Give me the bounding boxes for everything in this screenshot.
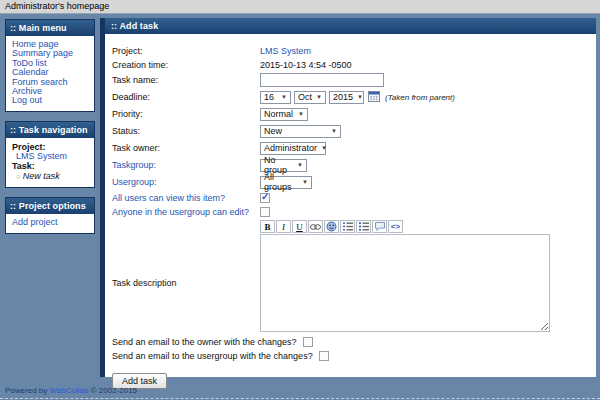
all-users-view-row: All users can view this item? xyxy=(112,191,588,204)
page-title: Administrator's homepage xyxy=(5,1,109,11)
project-options-box: :: Project options Add project xyxy=(5,197,95,233)
project-value-link[interactable]: LMS System xyxy=(260,46,311,56)
priority-label: Priority: xyxy=(112,109,260,119)
email-owner-label: Send an email to the owner with the chan… xyxy=(112,337,297,347)
chevron-down-icon: ▼ xyxy=(298,111,304,117)
quote-icon xyxy=(374,221,386,232)
window-title-bar: Administrator's homepage xyxy=(0,0,600,14)
priority-select[interactable]: Normal▼ xyxy=(260,108,308,121)
link-button[interactable] xyxy=(308,220,323,233)
ordered-list-button[interactable] xyxy=(340,220,355,233)
email-usergroup-checkbox[interactable] xyxy=(319,351,329,361)
bbcode-toolbar: B I U <> xyxy=(260,220,588,233)
task-nav-item-label[interactable]: New task xyxy=(23,171,60,181)
smiley-button[interactable] xyxy=(324,220,339,233)
task-description-label: Task description xyxy=(112,278,260,288)
deadline-note: (Taken from parent) xyxy=(385,93,455,102)
bold-button[interactable]: B xyxy=(260,220,275,233)
quote-button[interactable] xyxy=(372,220,387,233)
creation-time-row: Creation time: 2015-10-13 4:54 -0500 xyxy=(112,58,588,71)
status-label: Status: xyxy=(112,126,260,136)
ordered-list-icon xyxy=(342,221,354,232)
sidebar: :: Main menu Home page Summary page ToDo… xyxy=(5,19,95,243)
task-label: Task: xyxy=(12,161,92,171)
footer: Powered by WebCollab © 2002-2015 xyxy=(5,386,137,395)
task-owner-select[interactable]: Administrator▼ xyxy=(260,142,326,155)
creation-time-label: Creation time: xyxy=(112,60,260,70)
task-nav-item[interactable]: ○ New task xyxy=(12,171,92,182)
task-navigation-body: Project: LMS System Task: ○ New task xyxy=(6,138,94,187)
main-menu-header: :: Main menu xyxy=(6,20,94,36)
deadline-row: Deadline: 16▼ Oct▼ 2015▼ (Taken from par… xyxy=(112,89,588,105)
page: { "topbar": { "title": "Administrator's … xyxy=(0,0,600,400)
all-users-view-label-link[interactable]: All users can view this item? xyxy=(112,193,260,203)
task-navigation-box: :: Task navigation Project: LMS System T… xyxy=(5,121,95,188)
add-project-link[interactable]: Add project xyxy=(12,218,92,227)
task-bullet-icon: ○ xyxy=(16,173,20,180)
bullet-list-icon xyxy=(358,221,370,232)
taskgroup-select[interactable]: No group▼ xyxy=(260,159,307,172)
usergroup-select[interactable]: All groups▼ xyxy=(260,176,312,189)
taskgroup-row: Taskgroup: No group▼ xyxy=(112,157,588,173)
bottom-divider xyxy=(0,398,600,399)
email-usergroup-label: Send an email to the usergroup with the … xyxy=(112,351,313,361)
task-description-textarea[interactable] xyxy=(260,234,550,332)
email-owner-row: Send an email to the owner with the chan… xyxy=(112,336,588,348)
task-name-row: Task name: xyxy=(112,72,588,88)
add-task-panel: :: Add task Project: LMS System Creation… xyxy=(100,18,596,377)
project-row: Project: LMS System xyxy=(112,44,588,57)
bullet-list-button[interactable] xyxy=(356,220,371,233)
anyone-edit-row: Anyone in the usergroup can edit? xyxy=(112,205,588,218)
calendar-icon[interactable] xyxy=(368,90,380,104)
task-name-input[interactable] xyxy=(260,73,384,87)
chevron-down-icon: ▼ xyxy=(316,94,322,100)
project-options-header: :: Project options xyxy=(6,198,94,214)
anyone-edit-label-link[interactable]: Anyone in the usergroup can edit? xyxy=(112,207,260,217)
taskgroup-label-link[interactable]: Taskgroup: xyxy=(112,160,260,170)
anyone-edit-checkbox[interactable] xyxy=(260,207,270,217)
add-task-form: Project: LMS System Creation time: 2015-… xyxy=(105,34,596,389)
priority-row: Priority: Normal▼ xyxy=(112,106,588,122)
status-select[interactable]: New▼ xyxy=(260,125,341,138)
smiley-icon xyxy=(326,221,337,232)
link-icon xyxy=(310,223,321,231)
task-owner-row: Task owner: Administrator▼ xyxy=(112,140,588,156)
code-button[interactable]: <> xyxy=(388,220,403,233)
project-link[interactable]: LMS System xyxy=(12,152,92,161)
chevron-down-icon: ▼ xyxy=(281,94,287,100)
underline-button[interactable]: U xyxy=(292,220,307,233)
chevron-down-icon: ▼ xyxy=(331,128,337,134)
chevron-down-icon: ▼ xyxy=(321,145,327,151)
task-navigation-header: :: Task navigation xyxy=(6,122,94,138)
status-row: Status: New▼ xyxy=(112,123,588,139)
deadline-year-select[interactable]: 2015▼ xyxy=(329,91,364,104)
project-field-label: Project: xyxy=(112,46,260,56)
sidebar-item-log-out[interactable]: Log out xyxy=(12,96,92,105)
task-description-row: Task description xyxy=(112,234,588,332)
email-usergroup-row: Send an email to the usergroup with the … xyxy=(112,350,588,362)
deadline-label: Deadline: xyxy=(112,92,260,102)
deadline-month-select[interactable]: Oct▼ xyxy=(294,91,326,104)
deadline-day-select[interactable]: 16▼ xyxy=(260,91,291,104)
footer-powered-by: Powered by xyxy=(5,386,49,395)
main-menu-body: Home page Summary page ToDo list Calenda… xyxy=(6,36,94,111)
usergroup-row: Usergroup: All groups▼ xyxy=(112,174,588,190)
chevron-down-icon: ▼ xyxy=(357,94,363,100)
project-options-body: Add project xyxy=(6,214,94,232)
chevron-down-icon: ▼ xyxy=(297,162,303,168)
usergroup-label-link[interactable]: Usergroup: xyxy=(112,177,260,187)
task-owner-label: Task owner: xyxy=(112,143,260,153)
all-users-view-checkbox[interactable] xyxy=(260,193,270,203)
italic-button[interactable]: I xyxy=(276,220,291,233)
footer-copyright: © 2002-2015 xyxy=(88,386,137,395)
webcollab-link[interactable]: WebCollab xyxy=(49,386,88,395)
add-task-panel-header: :: Add task xyxy=(105,18,596,34)
chevron-down-icon: ▼ xyxy=(302,179,308,185)
task-name-label: Task name: xyxy=(112,75,260,85)
creation-time-value: 2015-10-13 4:54 -0500 xyxy=(260,60,352,70)
main-menu-box: :: Main menu Home page Summary page ToDo… xyxy=(5,19,95,112)
email-owner-checkbox[interactable] xyxy=(303,337,313,347)
